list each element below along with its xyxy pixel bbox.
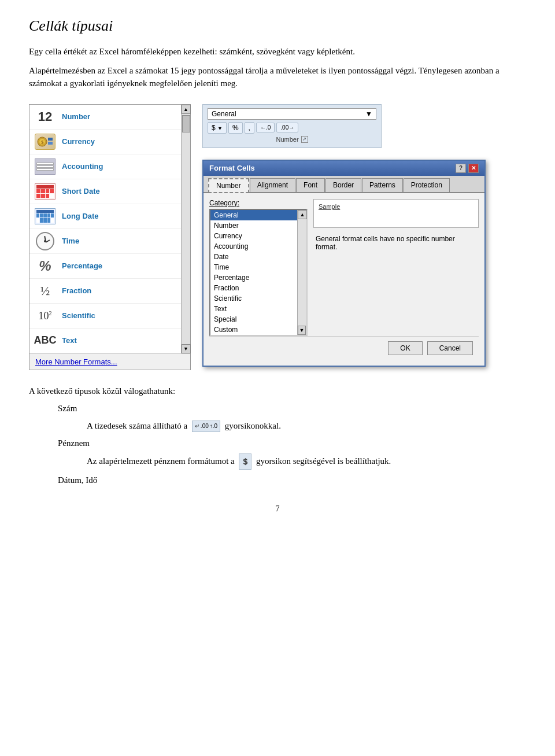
sample-box: Sample [313,199,479,228]
item-label-currency: Currency [62,137,95,146]
tab-border[interactable]: Border [325,178,361,192]
tab-number[interactable]: Number [208,178,249,193]
scroll-up-arrow[interactable]: ▲ [182,105,191,114]
category-item-special[interactable]: Special [210,314,297,324]
scroll-thumb[interactable] [182,115,190,132]
list-scrollbar[interactable]: ▲ ▼ [181,105,190,353]
dialog-tabs: Number Alignment Font Border Patterns Pr… [204,176,484,193]
list-item[interactable]: $ Currency [29,130,181,154]
cancel-button[interactable]: Cancel [427,341,473,355]
intro-paragraph-2: Alapértelmezésben az Excel a számokat 15… [29,64,526,90]
close-button[interactable]: ✕ [468,164,479,173]
szam-description: A tizedesek száma állítható a ↵ .00 ↑.0 … [87,419,526,433]
ribbon-label-row: Number ↗ [208,136,376,143]
dropdown-value: General [212,110,236,118]
category-item-text[interactable]: Text [210,304,297,314]
ribbon-row1: General ▼ [208,108,376,120]
category-item-number[interactable]: Number [210,220,297,231]
sample-description-area: General format cells have no specific nu… [313,231,479,255]
comma-button[interactable]: , [245,122,254,134]
dialog-title-buttons: ? ✕ [456,164,479,173]
category-item-fraction[interactable]: Fraction [210,283,297,293]
number-format-list: 12 Number $ Currency [29,105,181,353]
category-item-general[interactable]: General [210,210,297,220]
category-list: General Number Currency Accounting Date … [210,210,297,335]
item-label-percentage: Percentage [62,261,102,270]
category-item-date[interactable]: Date [210,252,297,262]
percent-button[interactable]: % [228,122,243,134]
list-item[interactable]: 102 Scientific [29,304,181,329]
category-item-scientific[interactable]: Scientific [210,293,297,304]
list-item[interactable]: Long Date [29,204,181,229]
help-button[interactable]: ? [456,164,466,173]
item-label-text: Text [62,336,77,345]
list-item[interactable]: 12 Number [29,105,181,130]
page-number: 7 [29,504,526,514]
scroll-down-arrow[interactable]: ▼ [182,344,191,353]
tab-alignment[interactable]: Alignment [250,178,295,192]
dollar-button[interactable]: $ ▼ [208,122,227,134]
category-item-time[interactable]: Time [210,262,297,272]
datum-ido-label: Dátum, Idő [58,473,526,487]
chevron-down-icon: ▼ [365,110,372,118]
penznem-description: Az alapértelmezett pénznem formátumot a … [87,453,526,470]
category-label: Category: [209,199,308,207]
number-group-label: Number [276,136,298,143]
fraction-icon: ½ [34,282,56,300]
list-item[interactable]: ½ Fraction [29,279,181,304]
item-label-accounting: Accounting [62,162,103,171]
format-dropdown[interactable]: General ▼ [208,108,376,120]
sample-area: Sample General format cells have no spec… [313,199,479,336]
list-item[interactable]: Time [29,229,181,254]
cat-scroll-down[interactable]: ▼ [298,326,306,335]
list-item[interactable]: Short Date [29,179,181,204]
longdate-icon [34,207,56,226]
list-item[interactable]: ABC Text [29,329,181,353]
format-cells-dialog: Format Cells ? ✕ Number Alignment Font B… [202,160,486,367]
number12-icon: 12 [34,108,56,126]
ribbon-row2: $ ▼ % , ←.0 .00→ [208,122,376,134]
time-icon [34,232,56,250]
tab-font[interactable]: Font [296,178,325,192]
ok-button[interactable]: OK [388,341,422,355]
category-scrollbar[interactable]: ▲ ▼ [297,210,306,335]
tab-protection[interactable]: Protection [404,178,450,192]
dollar-icon: $ [239,453,251,470]
list-item[interactable]: Accounting [29,154,181,179]
scientific-icon: 102 [34,307,56,325]
main-image-area: 12 Number $ Currency [29,104,526,370]
item-label-fraction: Fraction [62,286,91,295]
currency-icon: $ [34,132,56,151]
percentage-icon: % [34,257,56,275]
category-item-currency[interactable]: Currency [210,231,297,241]
increase-decimal-button[interactable]: .00→ [276,123,298,132]
penznem-label: Pénznem [58,436,526,450]
category-list-container: General Number Currency Accounting Date … [209,209,308,336]
page-title: Cellák típusai [29,17,526,35]
accounting-icon [34,157,56,176]
shortdate-icon [34,182,56,201]
dialog-body: Category: General Number Currency Accoun… [204,193,484,366]
svg-rect-3 [48,138,53,141]
item-label-scientific: Scientific [62,311,95,320]
more-formats-link[interactable]: More Number Formats... [29,353,190,370]
lower-intro: A következő típusok közül válogathatunk: [29,384,526,398]
decrease-decimal-button[interactable]: ←.0 [256,123,275,132]
dialog-title-bar: Format Cells ? ✕ [204,161,484,176]
svg-rect-4 [48,142,53,145]
text-icon: ABC [34,331,56,350]
dialog-launcher-button[interactable]: ↗ [301,136,308,143]
category-panel: Category: General Number Currency Accoun… [209,199,308,336]
cat-scroll-up[interactable]: ▲ [298,210,307,219]
list-item[interactable]: % Percentage [29,254,181,279]
item-label-longdate: Long Date [62,212,99,220]
category-item-custom[interactable]: Custom [210,324,297,335]
category-item-percentage[interactable]: Percentage [210,272,297,283]
category-item-accounting[interactable]: Accounting [210,241,297,252]
tab-patterns[interactable]: Patterns [362,178,403,192]
right-panel: General ▼ $ ▼ % , ←.0 .00→ Number ↗ Form… [202,104,526,367]
ribbon-number-group: General ▼ $ ▼ % , ←.0 .00→ Number ↗ [202,104,382,148]
number-format-panel: 12 Number $ Currency [29,104,191,370]
item-label-number: Number [62,112,90,121]
lower-content: A következő típusok közül válogathatunk:… [29,384,526,487]
